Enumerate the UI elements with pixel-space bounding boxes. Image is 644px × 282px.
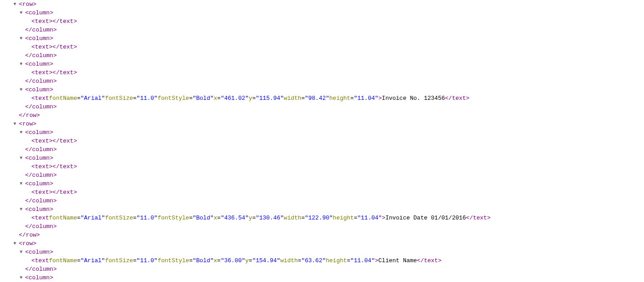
token-punct: < <box>31 137 35 145</box>
token-tag: column <box>29 34 50 43</box>
token-punct: > <box>50 128 53 137</box>
token-tag: text <box>59 17 73 26</box>
xml-line[interactable]: ▼<column> <box>0 273 644 282</box>
collapse-caret-icon[interactable]: ▼ <box>20 128 25 137</box>
token-tag: column <box>29 205 50 214</box>
token-eq: = <box>249 256 252 265</box>
xml-line[interactable]: ▼<column> <box>0 60 644 68</box>
xml-line[interactable]: </column> <box>0 51 644 60</box>
token-tag: column <box>32 171 53 179</box>
xml-line[interactable]: <text> </text> <box>0 137 644 145</box>
collapse-caret-icon[interactable]: ▼ <box>20 273 25 282</box>
xml-line[interactable]: </column> <box>0 197 644 205</box>
token-eq: = <box>133 256 137 265</box>
token-attr-val: "Bold" <box>193 94 214 103</box>
xml-line[interactable]: <text> </text> <box>0 68 644 77</box>
xml-line[interactable]: <text> </text> <box>0 188 644 197</box>
xml-line[interactable]: <text> </text> <box>0 43 644 51</box>
token-punct: </ <box>53 188 60 197</box>
token-punct: > <box>53 77 57 85</box>
token-attr-name: x <box>214 256 217 265</box>
token-tag: column <box>29 85 50 94</box>
token-punct: < <box>31 162 35 171</box>
token-punct: < <box>31 68 35 77</box>
token-tag: column <box>29 179 50 188</box>
xml-line[interactable]: </column> <box>0 77 644 85</box>
token-attr-val: "36.00" <box>221 256 245 265</box>
xml-line[interactable]: </column> <box>0 26 644 34</box>
token-punct: > <box>36 231 40 239</box>
xml-line[interactable]: <text> </text> <box>0 162 644 171</box>
xml-line[interactable]: <text> </text> <box>0 17 644 26</box>
collapse-caret-icon[interactable]: ▼ <box>20 85 25 94</box>
token-eq: = <box>217 256 221 265</box>
xml-line[interactable]: </column> <box>0 103 644 111</box>
token-attr-name: fontSize <box>105 94 133 103</box>
xml-line[interactable]: ▼<column> <box>0 205 644 214</box>
token-tag: text <box>59 188 73 197</box>
token-punct: < <box>25 273 29 282</box>
xml-line[interactable]: </column> <box>0 222 644 231</box>
token-punct: </ <box>53 43 60 51</box>
token-punct: </ <box>25 222 32 231</box>
token-attr-name: height <box>329 94 350 103</box>
xml-line[interactable]: </column> <box>0 171 644 179</box>
collapse-caret-icon[interactable]: ▼ <box>20 248 25 256</box>
xml-line[interactable]: ▼<column> <box>0 248 644 256</box>
token-tag: column <box>32 26 53 34</box>
xml-line[interactable]: </column> <box>0 265 644 273</box>
xml-line[interactable]: </row> <box>0 111 644 120</box>
token-attr-val: "Arial" <box>80 94 105 103</box>
token-punct: > <box>53 103 57 111</box>
collapse-caret-icon[interactable]: ▼ <box>20 60 25 68</box>
token-tag: text <box>35 17 49 26</box>
token-tag: row <box>26 231 36 239</box>
token-tag: row <box>22 120 33 128</box>
token-punct: < <box>31 94 35 103</box>
token-attr-val: "11.0" <box>137 94 158 103</box>
xml-line[interactable]: ▼<column> <box>0 128 644 137</box>
token-punct: </ <box>445 94 452 103</box>
token-attr-val: "Bold" <box>193 256 214 265</box>
xml-line[interactable]: ▼<row> <box>0 239 644 248</box>
token-tag: column <box>32 197 53 205</box>
token-attr-name: height <box>333 214 354 222</box>
xml-line[interactable]: <text fontName="Arial" fontSize="11.0" f… <box>0 214 644 222</box>
xml-line[interactable]: </column> <box>0 145 644 154</box>
xml-line[interactable]: ▼<row> <box>0 120 644 128</box>
xml-line[interactable]: ▼<row> <box>0 0 644 9</box>
token-tag: column <box>29 154 50 162</box>
token-punct: < <box>31 214 35 222</box>
xml-line[interactable]: ▼<column> <box>0 34 644 43</box>
xml-line[interactable]: ▼<column> <box>0 9 644 17</box>
token-tag: text <box>424 256 438 265</box>
token-attr-val: "11.0" <box>137 256 158 265</box>
xml-line[interactable]: <text fontName="Arial" fontSize="11.0" f… <box>0 256 644 265</box>
token-punct: > <box>487 214 490 222</box>
collapse-caret-icon[interactable]: ▼ <box>20 9 25 17</box>
token-attr-name: fontStyle <box>158 94 189 103</box>
collapse-caret-icon[interactable]: ▼ <box>13 0 19 9</box>
collapse-caret-icon[interactable]: ▼ <box>13 120 19 128</box>
collapse-caret-icon[interactable]: ▼ <box>20 205 25 214</box>
token-attr-val: "11.04" <box>357 214 382 222</box>
token-punct: < <box>19 120 22 128</box>
token-tag: text <box>35 188 49 197</box>
xml-line[interactable]: ▼<column> <box>0 154 644 162</box>
token-eq: = <box>252 94 256 103</box>
token-attr-name: fontName <box>49 94 77 103</box>
collapse-caret-icon[interactable]: ▼ <box>13 239 19 248</box>
token-eq: = <box>347 256 350 265</box>
collapse-caret-icon[interactable]: ▼ <box>20 179 25 188</box>
token-punct: > <box>74 137 77 145</box>
collapse-caret-icon[interactable]: ▼ <box>20 34 25 43</box>
xml-line[interactable]: </row> <box>0 231 644 239</box>
xml-line[interactable]: <text fontName="Arial" fontSize="11.0" f… <box>0 94 644 103</box>
xml-line[interactable]: ▼<column> <box>0 179 644 188</box>
token-punct: > <box>74 162 77 171</box>
collapse-caret-icon[interactable]: ▼ <box>20 154 25 162</box>
token-tag: column <box>29 128 50 137</box>
token-punct: </ <box>25 26 32 34</box>
token-punct: < <box>31 188 35 197</box>
xml-line[interactable]: ▼<column> <box>0 85 644 94</box>
